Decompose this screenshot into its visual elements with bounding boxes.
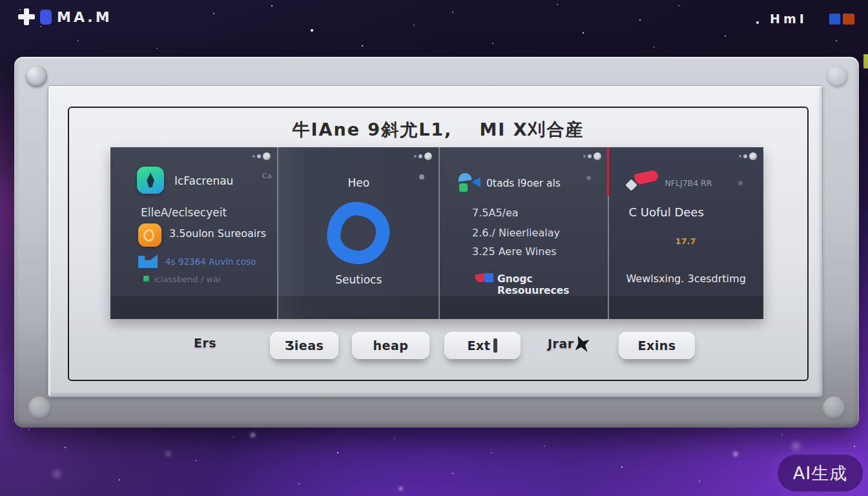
cursor-hand-icon [575, 336, 590, 352]
flag-icon [138, 254, 158, 268]
resources-icon [475, 273, 496, 283]
leads-item: 3.25 Aere Wines [472, 245, 557, 258]
leads-item: 2.6./ Nieerliealay [472, 227, 560, 239]
bokeh-dot [734, 452, 738, 456]
card-footer [609, 295, 763, 319]
card-hub-caption: Seutiocs [278, 273, 439, 286]
card-inventory[interactable]: IcFacrenau Ca ElleA/eclsecyeit 3.5oulon … [110, 147, 277, 319]
card-hub-title: Heo [278, 176, 439, 189]
card-strip: IcFacrenau Ca ElleA/eclsecyeit 3.5oulon … [110, 147, 763, 319]
blue-square-icon[interactable] [829, 14, 840, 25]
card-inventory-subtitle: ElleA/eclsecyeit [141, 206, 227, 219]
ai-generated-watermark: AI生成 [778, 455, 863, 491]
deals-logo-icon [626, 170, 659, 192]
card-deals[interactable]: NFLJ7B4 RR C Uoful Dees 17.7 Wewlsxing. … [609, 147, 763, 319]
screw-icon [823, 397, 845, 418]
card-footer [110, 295, 277, 319]
page-title: 牛IAne 9斜尤L1,MI X刈合産 [69, 118, 807, 141]
page-title-left: 牛IAne 9斜尤L1, [292, 119, 452, 140]
card-leads-title: 0tads I9oer als [486, 178, 561, 189]
green-dot-icon [143, 276, 150, 282]
watermark-label: AI生成 [793, 462, 847, 485]
card-footer [440, 295, 608, 319]
orange-app-icon [138, 223, 161, 247]
yellow-edge-chip [863, 54, 868, 68]
window-dots-icon [739, 152, 757, 160]
exins-button[interactable]: Exins [619, 332, 695, 359]
ers-button[interactable]: Ers [194, 336, 216, 350]
page-title-right: MI X刈合産 [479, 119, 584, 140]
sieas-button[interactable]: Ʒieas [270, 332, 338, 359]
card-deals-footer: Wewlsxing. 3cesdrtimg [626, 273, 745, 285]
card-deals-value: 17.7 [675, 236, 696, 246]
card-deals-title: NFLJ7B4 RR [665, 178, 712, 188]
leads-item: 7.5A5/ea [472, 207, 519, 219]
card-inventory-solution-row: 3.5oulon Sureoairs [169, 227, 266, 240]
blue-ring-icon [324, 198, 393, 268]
bokeh-dot [399, 487, 402, 490]
card-hub[interactable]: Heo Seutiocs [278, 147, 439, 319]
starfield [0, 0, 1, 1]
jrar-button[interactable]: Jrar [548, 336, 590, 352]
leads-logo-icon [458, 172, 482, 195]
bokeh-dot [793, 443, 799, 449]
mini-dot-icon [586, 176, 591, 180]
plus-icon[interactable] [18, 8, 35, 25]
leaf-app-icon [137, 167, 164, 194]
card-inventory-title: IcFacrenau [174, 174, 233, 187]
bokeh-dot [167, 452, 170, 455]
jrar-button-label: Jrar [548, 336, 574, 351]
screw-icon [25, 65, 47, 87]
bokeh-dot [251, 433, 255, 437]
window-dots-icon [253, 152, 271, 160]
ext-button-label: Ext [468, 338, 491, 353]
text-cursor-icon [493, 338, 497, 353]
card-leads-footer: Gnogc Resouureces [497, 273, 608, 296]
card-leads[interactable]: 0tads I9oer als 7.5A5/ea 2.6./ Nieerliea… [440, 147, 608, 319]
mini-dot-icon [738, 181, 743, 185]
ext-button[interactable]: Ext [444, 332, 521, 359]
card-inventory-code-row: 4s 92364 Auvin coso [165, 256, 256, 267]
card-deals-heading: C Uoful Dees [628, 205, 703, 219]
desktop: MA.M HmI 牛IAne 9斜尤L1,MI X刈合産 IcFacrenau … [0, 0, 868, 496]
screw-icon [28, 397, 50, 418]
orange-square-icon[interactable] [843, 14, 854, 25]
topbar-right-glyphs: HmI [770, 12, 807, 26]
card-inventory-corner-label: Ca [262, 172, 271, 180]
window-dots-icon [583, 152, 601, 160]
window-dots-icon [414, 152, 432, 160]
blue-app-icon[interactable] [40, 10, 52, 25]
bokeh-dot [54, 471, 59, 477]
screw-icon [826, 65, 848, 87]
card-inventory-note-row: iclassbend / wai [154, 274, 220, 284]
topbar-left-glyphs: MA.M [57, 9, 112, 25]
heap-button[interactable]: heap [352, 332, 429, 359]
card-footer [278, 295, 439, 319]
